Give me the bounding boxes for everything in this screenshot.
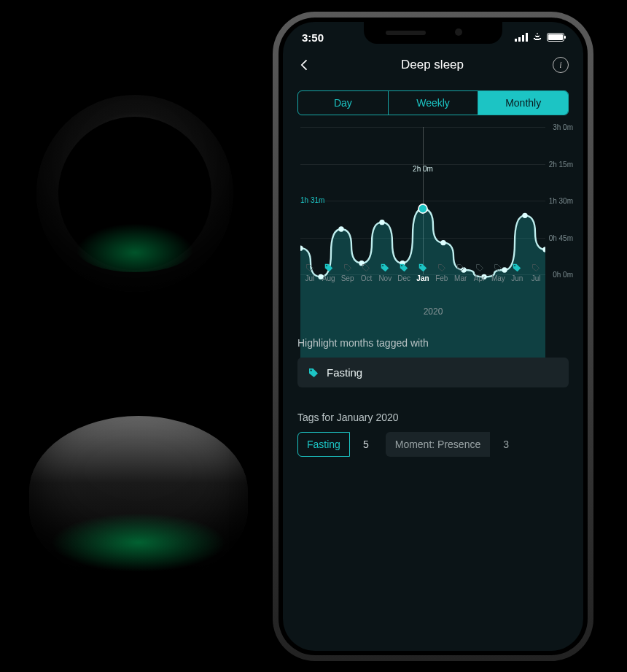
- y-tick-label: 0h 45m: [549, 233, 573, 242]
- product-ring-image-top: [36, 95, 233, 292]
- x-tick[interactable]: Oct: [357, 274, 376, 302]
- x-tick[interactable]: Apr: [470, 274, 489, 302]
- deep-sleep-chart[interactable]: 0h 0m0h 45m1h 30m2h 15m3h 0m 1h 31m2h 0m…: [293, 127, 573, 317]
- tags-section-label: Tags for January 2020: [297, 412, 569, 423]
- y-tick-label: 3h 0m: [553, 123, 573, 131]
- svg-point-6: [418, 204, 427, 213]
- tab-weekly[interactable]: Weekly: [389, 91, 479, 115]
- y-tick-label: 1h 30m: [549, 197, 573, 205]
- battery-icon: [547, 33, 564, 42]
- svg-point-14: [382, 265, 383, 266]
- tag-icon: [437, 263, 446, 272]
- svg-point-16: [420, 265, 421, 266]
- svg-point-2: [338, 226, 343, 231]
- highlight-section-label: Highlight months tagged with: [297, 337, 569, 349]
- highlight-tag-label: Fasting: [327, 366, 362, 379]
- tag-icon: [399, 263, 409, 273]
- page-title: Deep sleep: [401, 58, 464, 72]
- status-time: 3:50: [302, 31, 324, 44]
- svg-point-13: [326, 265, 327, 266]
- tag-icon: [531, 263, 540, 272]
- tag-pill-label: Fasting: [297, 432, 350, 457]
- tag-icon: [418, 263, 428, 273]
- tag-pill-label: Moment: Presence: [386, 432, 491, 457]
- x-tick[interactable]: Nov: [375, 274, 394, 302]
- svg-point-11: [522, 213, 527, 218]
- tag-pill-count: 5: [354, 432, 378, 457]
- tag-icon: [362, 263, 370, 272]
- highlight-section: Highlight months tagged with Fasting: [297, 337, 569, 387]
- svg-point-15: [401, 265, 402, 266]
- x-tick[interactable]: Jul: [526, 274, 545, 302]
- x-tick[interactable]: Dec: [394, 274, 413, 302]
- tag-icon: [308, 367, 319, 379]
- info-button[interactable]: i: [553, 57, 569, 73]
- chart-callout: 1h 31m: [300, 196, 324, 204]
- x-tick[interactable]: Jun: [507, 274, 526, 302]
- x-tick[interactable]: Aug: [319, 274, 338, 302]
- svg-point-4: [379, 220, 384, 225]
- tag-pill[interactable]: Fasting5: [297, 432, 378, 457]
- svg-point-18: [311, 369, 312, 371]
- tag-icon: [494, 263, 502, 272]
- tab-monthly[interactable]: Monthly: [478, 91, 568, 115]
- cellular-icon: [515, 33, 528, 42]
- y-tick-label: 0h 0m: [553, 271, 573, 279]
- chart-x-axis: JulAugSepOctNovDecJanFebMarAprMayJunJul: [300, 274, 545, 302]
- y-tick-label: 2h 15m: [549, 160, 573, 168]
- tag-icon: [475, 263, 484, 272]
- chart-year-label: 2020: [293, 306, 573, 317]
- tag-icon: [343, 263, 352, 272]
- x-tick[interactable]: May: [488, 274, 507, 302]
- chart-callout: 2h 0m: [413, 165, 433, 173]
- x-tick[interactable]: Feb: [432, 274, 451, 302]
- period-tabs: DayWeeklyMonthly: [297, 90, 569, 115]
- tag-pill[interactable]: Moment: Presence3: [386, 432, 518, 457]
- tags-section: Tags for January 2020 Fasting5Moment: Pr…: [297, 412, 569, 457]
- tab-day[interactable]: Day: [298, 91, 389, 115]
- x-tick[interactable]: Jan: [413, 274, 432, 302]
- tag-icon: [305, 263, 314, 272]
- wifi-icon: [531, 33, 543, 42]
- tag-icon: [324, 263, 334, 273]
- tag-icon: [380, 263, 390, 273]
- tag-icon: [456, 263, 465, 272]
- x-tick[interactable]: Jul: [300, 274, 319, 302]
- svg-point-7: [440, 240, 445, 245]
- tag-pill-count: 3: [494, 432, 518, 457]
- product-ring-image-bottom: [29, 416, 248, 584]
- x-tick[interactable]: Sep: [338, 274, 357, 302]
- x-tick[interactable]: Mar: [451, 274, 470, 302]
- svg-point-17: [514, 265, 515, 266]
- app-screen: 3:50 Deep sleep i DayWeeklyMonthly 0h 0m…: [283, 22, 583, 651]
- app-header: Deep sleep i: [283, 57, 583, 73]
- svg-point-10: [502, 267, 507, 272]
- highlight-tag-row[interactable]: Fasting: [297, 358, 569, 387]
- back-button[interactable]: [297, 58, 312, 72]
- phone-frame: 3:50 Deep sleep i DayWeeklyMonthly 0h 0m…: [273, 12, 593, 661]
- tag-icon: [512, 263, 522, 273]
- phone-notch: [364, 22, 502, 44]
- chart-plot: [300, 127, 545, 372]
